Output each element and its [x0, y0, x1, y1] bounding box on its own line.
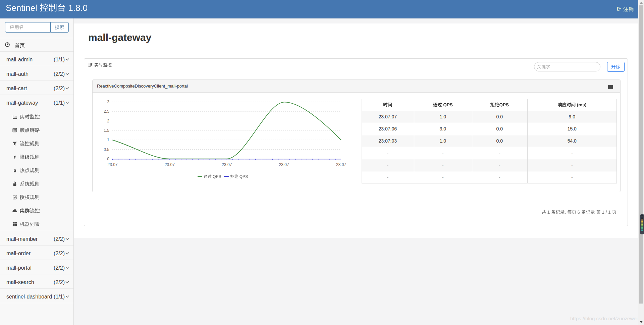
svg-text:23:07: 23:07 [336, 162, 346, 167]
svg-text:3: 3 [107, 100, 109, 104]
svg-text:0: 0 [107, 157, 109, 161]
svg-text:23:07: 23:07 [222, 162, 232, 167]
svg-text:1.5: 1.5 [104, 128, 109, 133]
svg-text:23:07: 23:07 [279, 162, 289, 167]
svg-text:23:07: 23:07 [165, 162, 175, 167]
svg-text:2: 2 [107, 119, 109, 123]
svg-text:1: 1 [107, 138, 109, 142]
svg-text:2.5: 2.5 [104, 109, 109, 114]
svg-text:0.5: 0.5 [104, 147, 109, 152]
svg-text:23:07: 23:07 [107, 162, 117, 167]
